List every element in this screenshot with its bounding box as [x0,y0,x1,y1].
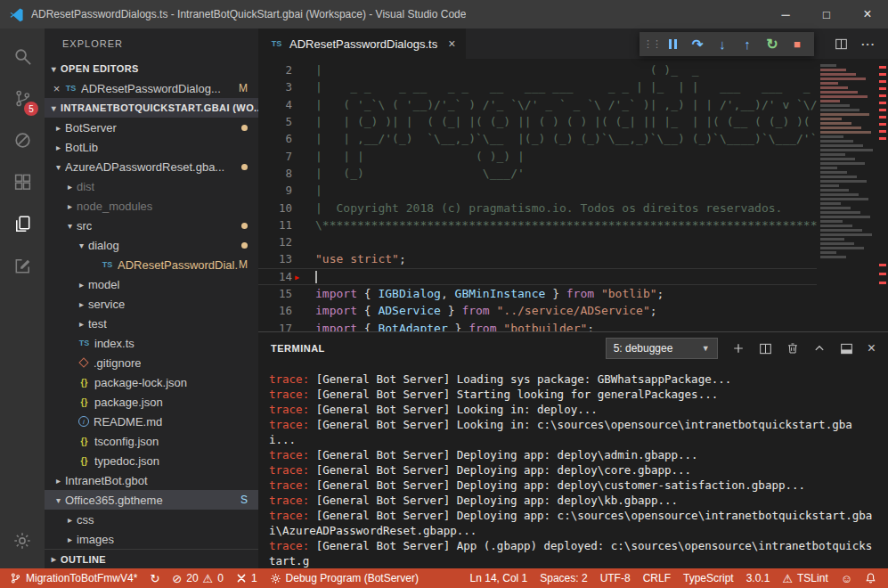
file-tsconfig-json[interactable]: {}tsconfig.json [45,431,258,451]
activity-debug-button[interactable] [0,119,45,161]
problems-status[interactable]: ⊘20⚠0 [166,568,230,588]
line-number[interactable]: 14 [258,270,292,283]
line-number[interactable]: 4 [258,98,292,111]
line-number[interactable]: 12 [258,235,292,249]
file-index-ts[interactable]: TSindex.ts [45,333,258,353]
minimap[interactable] [817,59,877,331]
editor-tab[interactable]: TS ADResetPasswordDialogs.ts × [258,29,466,59]
code-line-7[interactable]: 7| | | ( )_) | | [258,147,888,164]
terminal-selector[interactable]: 5: debuggee ▼ [606,338,718,359]
close-editor-icon[interactable]: × [50,82,63,95]
file-readme-md[interactable]: iREADME.md [45,412,258,431]
code-line-13[interactable]: 13"use strict"; [258,250,888,267]
more-actions-button[interactable]: ··· [861,37,876,51]
file-package-lock-json[interactable]: {}package-lock.json [45,372,258,392]
activity-explorer-button[interactable] [0,203,45,245]
debug-step-into-button[interactable]: ↓ [710,32,735,56]
folder-botlib[interactable]: ▸BotLib [45,137,258,157]
line-number[interactable]: 8 [258,167,292,180]
code-line-4[interactable]: 4| ( '_`\ ( '__)/'_` ) /'_ `\/' _ ` _ `\… [258,96,888,113]
file-typedoc-json[interactable]: {}typedoc.json [45,451,258,470]
folder-dialog[interactable]: ▾dialog [45,235,258,255]
close-tab-icon[interactable]: × [448,37,455,51]
line-number[interactable]: 2 [258,63,292,77]
feedback[interactable]: ☺ [835,568,859,588]
split-terminal-button[interactable] [759,342,772,355]
line-number[interactable]: 11 [258,218,292,232]
code-line-2[interactable]: 2| ( )_ _ | [258,61,888,78]
line-number[interactable]: 6 [258,132,292,145]
debug-step-over-button[interactable]: ↷ [685,32,710,56]
open-editors-header[interactable]: ▾ OPEN EDITORS [45,59,258,78]
activity-edit-button[interactable] [0,245,45,287]
folder-node-modules[interactable]: ▸node_modules [45,196,258,216]
encoding[interactable]: UTF-8 [594,568,637,588]
line-number[interactable]: 3 [258,80,292,94]
git-branch-status[interactable]: MigrationToBotFmwV4* [4,568,143,588]
file-adresetpassworddial[interactable]: TSADResetPasswordDial...M [45,255,258,274]
debug-drag-handle-button[interactable]: ⋮⋮ [644,32,660,56]
code-line-11[interactable]: 11\*************************************… [258,216,888,233]
outline-header[interactable]: ▸ OUTLINE [45,549,258,568]
indentation[interactable]: Spaces: 2 [534,568,593,588]
activity-source-control-button[interactable]: 5 [0,78,45,119]
code-line-3[interactable]: 3| _ _ _ __ _ _ __ ___ ___ _ _ | |_ | | … [258,78,888,95]
folder-office365-gbtheme[interactable]: ▾Office365.gbthemeS [45,490,258,510]
code-line-14[interactable]: 14▶ [258,268,888,285]
code-editor[interactable]: 2| ( )_ _ |3| _ _ _ __ _ _ __ ___ ___ _ … [258,59,888,331]
terminal-tab[interactable]: TERMINAL [271,343,325,354]
kill-terminal-button[interactable] [786,342,799,355]
debug-stop-button[interactable]: ■ [785,32,810,56]
sync-status[interactable]: ↻ [143,568,166,588]
line-number[interactable]: 9 [258,184,292,197]
folder-test[interactable]: ▸test [45,314,258,333]
code-line-17[interactable]: 17import { BotAdapter } from "botbuilder… [258,319,888,331]
code-line-8[interactable]: 8| (_) \___/' | [258,165,888,182]
line-number[interactable]: 5 [258,115,292,128]
file-package-json[interactable]: {}package.json [45,392,258,412]
debug-step-out-button[interactable]: ↑ [735,32,760,56]
tslint-status[interactable]: ⚠TSLint [776,568,834,588]
activity-settings-button[interactable] [0,519,45,561]
toggle-panel-button[interactable] [840,342,853,355]
language-mode[interactable]: TypeScript [677,568,740,588]
line-number[interactable]: 13 [258,252,292,265]
folder-src[interactable]: ▾src [45,216,258,235]
line-number[interactable]: 17 [258,322,292,331]
folder-dist[interactable]: ▸dist [45,176,258,196]
maximize-button[interactable]: □ [806,0,847,29]
folder-azureadpasswordreset-gba[interactable]: ▾AzureADPasswordReset.gba... [45,157,258,176]
code-line-16[interactable]: 16import { ADService } from "../service/… [258,302,888,319]
eol[interactable]: CRLF [637,568,677,588]
code-line-15[interactable]: 15import { IGBDialog, GBMinInstance } fr… [258,285,888,302]
activity-extensions-button[interactable] [0,161,45,203]
debug-restart-button[interactable]: ↻ [760,32,785,56]
folder-css[interactable]: ▸css [45,510,258,529]
maximize-panel-button[interactable] [813,342,826,355]
code-line-10[interactable]: 10| Copyright 2018 (c) pragmatismo.io. T… [258,199,888,216]
typescript-version[interactable]: 3.0.1 [740,568,777,588]
line-number[interactable]: 15 [258,287,292,300]
line-number[interactable]: 10 [258,201,292,215]
notifications[interactable] [859,568,883,588]
folder-images[interactable]: ▸images [45,529,258,549]
close-panel-button[interactable]: × [868,340,876,356]
folder-service[interactable]: ▸service [45,294,258,314]
code-line-5[interactable]: 5| | (_) )| | ( (_| |( (_) || ( ) ( ) |(… [258,113,888,130]
close-button[interactable]: × [847,0,888,29]
activity-search-button[interactable] [0,36,45,78]
terminal-output[interactable]: trace: [General Bot Server] Loading sys … [258,364,888,568]
line-number[interactable]: 16 [258,304,292,317]
code-line-12[interactable]: 12 [258,233,888,250]
split-editor-button[interactable] [835,37,848,51]
code-line-6[interactable]: 6| | ,__/'(_) `\__,_)`\__ |(_) (_) (_)`\… [258,130,888,147]
cursor-position[interactable]: Ln 14, Col 1 [464,568,534,588]
folder-botserver[interactable]: ▸BotServer [45,118,258,137]
debug-pause-button[interactable] [660,32,685,56]
code-line-9[interactable]: 9| | [258,182,888,199]
line-number[interactable]: 7 [258,150,292,163]
folder-intranetbot-gbot[interactable]: ▸IntranetBot.gbot [45,470,258,490]
minimize-button[interactable]: ─ [765,0,806,29]
open-editor-item[interactable]: × TS ADResetPasswordDialog... M [45,78,258,98]
new-terminal-button[interactable] [732,342,745,355]
